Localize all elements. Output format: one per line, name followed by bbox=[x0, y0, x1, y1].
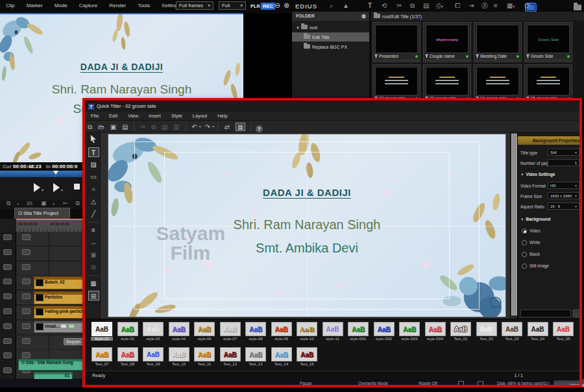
polygon-tool[interactable]: △ bbox=[88, 197, 99, 206]
style-swatch[interactable]: AaB Text_08 bbox=[117, 346, 139, 366]
style-swatch[interactable]: AaB Text_11 bbox=[193, 346, 215, 366]
qt-menu-item[interactable]: Layout bbox=[188, 112, 213, 119]
track-patch-icon[interactable] bbox=[3, 352, 12, 358]
sync-icon[interactable]: ⇥ bbox=[468, 2, 474, 10]
cut-icon[interactable]: ✂ bbox=[63, 200, 68, 206]
paste-icon[interactable]: ▤ bbox=[162, 123, 167, 130]
style-swatch[interactable]: AaB Text_07 bbox=[91, 346, 113, 366]
menu-item[interactable]: Capture bbox=[73, 0, 103, 8]
canvas-vscrollbar[interactable] bbox=[510, 132, 517, 319]
style-swatch[interactable]: AaB Text_01 bbox=[450, 321, 472, 341]
text-tool[interactable]: T bbox=[88, 147, 99, 157]
paste-icon[interactable]: ▤ bbox=[423, 2, 429, 10]
bin-item[interactable]: T02 groom side bbox=[372, 64, 420, 99]
rectangle-tool[interactable]: ▭ bbox=[88, 172, 99, 182]
browse-button[interactable]: ... bbox=[573, 310, 580, 317]
style-swatch[interactable]: AaB Text_05 bbox=[552, 321, 574, 341]
save-as-icon[interactable]: ▤ bbox=[122, 123, 128, 130]
track-mute-icon[interactable] bbox=[22, 352, 30, 358]
track-patch-icon[interactable] bbox=[3, 308, 12, 314]
style-swatch[interactable]: AaB Text_14 bbox=[271, 346, 293, 366]
cut-icon[interactable]: ✂ bbox=[140, 123, 145, 130]
radio-video[interactable]: Video bbox=[522, 228, 541, 234]
track-patch-icon[interactable] bbox=[3, 234, 12, 240]
layers-icon[interactable]: ⧉▾ bbox=[6, 200, 19, 206]
canvas-name-text[interactable]: Shri. Ram Narayan Singh bbox=[108, 217, 505, 232]
sequence-chip[interactable]: Sequen bbox=[64, 334, 83, 346]
tree-expand-icon[interactable]: ▼ bbox=[296, 26, 300, 30]
quality-dropdown[interactable]: Full▾ bbox=[219, 1, 246, 10]
timeline-clip-particles[interactable]: Particles bbox=[34, 291, 85, 304]
folder-icon[interactable]: 🗁 bbox=[27, 200, 32, 206]
style-swatch[interactable]: AaB style-03 bbox=[142, 321, 164, 341]
style-swatch[interactable]: AaB Text_04 bbox=[527, 321, 549, 341]
bin-item[interactable]: T04 groom side bbox=[474, 64, 522, 99]
track-mute-icon[interactable] bbox=[22, 293, 30, 299]
track-mute-icon[interactable] bbox=[22, 338, 30, 344]
list-view-icon[interactable]: ≡ bbox=[494, 2, 498, 10]
qt-menu-item[interactable]: View bbox=[123, 112, 143, 119]
track-mute-icon[interactable] bbox=[22, 278, 30, 284]
open-icon[interactable]: 🗁 bbox=[98, 123, 104, 130]
bin-item[interactable]: Groom Side TGroom Side bbox=[524, 22, 572, 62]
menu-item[interactable]: Render bbox=[103, 0, 132, 8]
image-tool[interactable]: ▨ bbox=[88, 160, 99, 169]
align-tool[interactable]: ≡ bbox=[88, 225, 99, 235]
radio-button[interactable] bbox=[522, 252, 527, 257]
layer-order-tool[interactable]: ⧉ bbox=[88, 262, 99, 272]
timeline-clip-bokeh[interactable]: Bokeh_02 bbox=[34, 276, 85, 289]
style-swatch[interactable]: AaB style-11 bbox=[322, 321, 344, 341]
undo-icon[interactable]: ↶ bbox=[191, 123, 197, 130]
style-swatch[interactable]: AaB Text_12 bbox=[219, 346, 241, 366]
qt-menu-item[interactable]: Help bbox=[212, 112, 232, 119]
timeline-clip-mad[interactable]: #mad... bbox=[34, 321, 85, 333]
style-swatch[interactable]: AaB style-07 bbox=[219, 321, 241, 341]
stabilize-icon[interactable]: ⓢ bbox=[481, 2, 488, 10]
toolbox-icon[interactable]: ⛭ bbox=[524, 2, 529, 10]
redo-icon[interactable]: ↷ bbox=[204, 123, 210, 130]
chevron-down-icon[interactable]: ▾ bbox=[212, 125, 214, 129]
stop-button[interactable] bbox=[74, 184, 80, 190]
qt-canvas[interactable]: Satyam Film DADA JI & DADIJI Shri. Ram N… bbox=[108, 134, 506, 317]
save-icon[interactable]: ▣ bbox=[110, 123, 116, 130]
grid-toggle[interactable]: ▦ bbox=[88, 278, 99, 288]
loop-icon[interactable]: ⟲ bbox=[382, 2, 387, 10]
rec-button[interactable]: REC bbox=[261, 3, 275, 10]
monitor-icon[interactable]: ⧠ bbox=[455, 2, 460, 10]
close-circle-icon[interactable]: ⊗ bbox=[284, 2, 289, 9]
radio-black[interactable]: Black bbox=[522, 252, 540, 257]
save-icon[interactable]: ▣▾ bbox=[41, 200, 55, 206]
number-of-pages-field[interactable]: 1 bbox=[548, 159, 579, 166]
radio-button[interactable] bbox=[522, 228, 527, 234]
copy-icon[interactable]: ⧉ bbox=[151, 123, 156, 131]
copy-icon[interactable]: ⧉ bbox=[76, 200, 80, 206]
style-swatch[interactable]: AaB style-06 bbox=[193, 321, 215, 341]
new-title-icon[interactable]: ⧉ bbox=[88, 123, 92, 131]
center-object-tool[interactable]: ▣ bbox=[88, 250, 99, 260]
style-swatch[interactable]: AaB Text_10 bbox=[168, 346, 190, 366]
video-settings-section[interactable]: ▼Video Settings bbox=[520, 172, 555, 177]
safe-area-toggle-icon[interactable]: ▦ bbox=[236, 123, 245, 131]
style-swatch[interactable]: AaB style-10 bbox=[296, 321, 318, 341]
aspect-ratio-dropdown[interactable]: 16 : 9▼ bbox=[548, 202, 579, 210]
open-folder-icon[interactable] bbox=[574, 5, 581, 10]
qt-menu-item[interactable]: Style bbox=[166, 112, 188, 119]
track-patch-icon[interactable] bbox=[3, 278, 12, 284]
playhead-marker[interactable] bbox=[53, 171, 58, 175]
bin-item[interactable]: T03 groom side bbox=[423, 64, 471, 99]
clip-keyframe-button[interactable] bbox=[68, 324, 75, 328]
ellipse-tool[interactable]: ○ bbox=[88, 184, 99, 194]
bin-item[interactable]: shyam+nany TCouple name bbox=[423, 22, 471, 62]
sequence-tab[interactable]: O Sita Title Project bbox=[14, 208, 70, 219]
select-tool[interactable] bbox=[88, 135, 99, 145]
track-mute-icon[interactable] bbox=[22, 249, 30, 255]
still-image-path-input[interactable] bbox=[520, 310, 571, 317]
bin-item[interactable]: TWedding Date bbox=[474, 22, 522, 62]
style-swatch[interactable]: AaB style-D02 bbox=[373, 321, 395, 341]
bin-item[interactable]: TPresented bbox=[372, 22, 420, 62]
delete-icon[interactable]: ▥ bbox=[173, 123, 179, 130]
track-patch-icon[interactable] bbox=[3, 338, 12, 344]
style-swatch[interactable]: AaB style-D01 bbox=[347, 321, 369, 341]
track-mute-icon[interactable] bbox=[22, 264, 30, 270]
grid-view-icon[interactable]: ▦▾ bbox=[507, 2, 515, 10]
